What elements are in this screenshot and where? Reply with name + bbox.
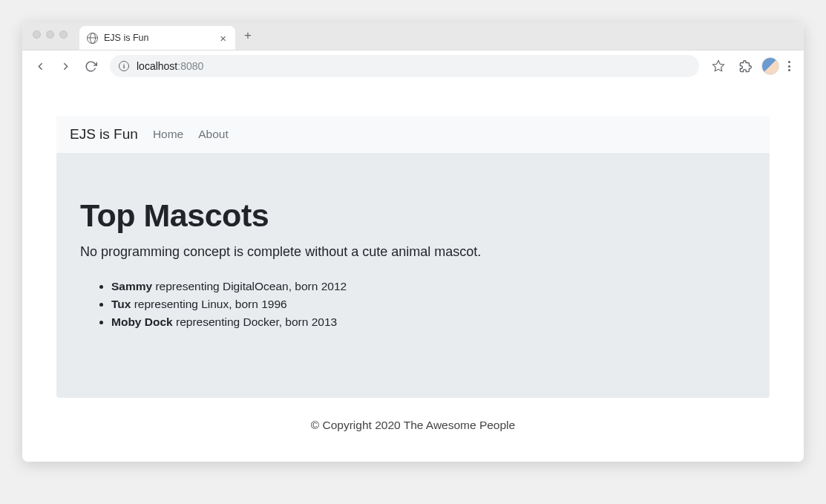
close-window-button[interactable] [33, 30, 41, 39]
back-button[interactable] [30, 56, 50, 76]
mascot-org: Docker [243, 315, 278, 328]
traffic-lights [30, 30, 73, 39]
list-item: Tux representing Linux, born 1996 [111, 295, 746, 313]
globe-icon [87, 33, 98, 44]
mascot-name: Sammy [111, 280, 152, 292]
navbar-brand[interactable]: EJS is Fun [70, 126, 138, 143]
browser-titlebar: EJS is Fun × + [22, 22, 804, 50]
bookmark-button[interactable] [708, 56, 729, 76]
mascot-name: Moby Dock [111, 315, 173, 328]
address-bar[interactable]: i localhost:8080 [110, 55, 699, 77]
mascot-year: 2012 [321, 280, 347, 292]
toolbar-right [708, 56, 796, 76]
extensions-button[interactable] [735, 56, 755, 76]
site-info-icon[interactable]: i [119, 61, 129, 71]
list-item: Sammy representing DigitalOcean, born 20… [111, 278, 746, 295]
site-navbar: EJS is Fun Home About [56, 116, 770, 153]
list-item: Moby Dock representing Docker, born 2013 [111, 313, 746, 331]
tab-title: EJS is Fun [104, 33, 212, 43]
mascot-org: Linux [201, 298, 229, 310]
profile-avatar[interactable] [761, 57, 779, 75]
browser-window: EJS is Fun × + i localhost:8080 [22, 22, 804, 462]
new-tab-button[interactable]: + [235, 28, 260, 43]
mascot-name: Tux [111, 298, 131, 310]
url-host: localhost [137, 60, 177, 72]
page-footer: © Copyright 2020 The Awesome People [56, 398, 770, 439]
url-text: localhost:8080 [137, 60, 203, 72]
nav-link-about[interactable]: About [198, 128, 229, 141]
page-lead: No programming concept is complete witho… [80, 244, 746, 260]
reload-button[interactable] [80, 56, 101, 76]
footer-text: © Copyright 2020 The Awesome People [311, 419, 515, 431]
mascot-year: 1996 [261, 298, 286, 310]
url-port: :8080 [177, 60, 203, 72]
svg-marker-0 [713, 61, 724, 71]
page-content: EJS is Fun Home About Top Mascots No pro… [22, 82, 804, 462]
browser-menu-button[interactable] [785, 58, 793, 74]
mascot-org: DigitalOcean [223, 280, 289, 292]
page-heading: Top Mascots [80, 197, 746, 234]
browser-toolbar: i localhost:8080 [22, 50, 804, 82]
maximize-window-button[interactable] [59, 30, 68, 39]
jumbotron: Top Mascots No programming concept is co… [56, 153, 770, 398]
forward-button[interactable] [55, 56, 76, 76]
nav-link-home[interactable]: Home [153, 128, 183, 141]
browser-tab[interactable]: EJS is Fun × [79, 26, 235, 50]
mascot-year: 2013 [312, 315, 337, 328]
mascot-list: Sammy representing DigitalOcean, born 20… [80, 278, 746, 331]
close-tab-button[interactable]: × [218, 32, 228, 45]
minimize-window-button[interactable] [46, 30, 54, 39]
